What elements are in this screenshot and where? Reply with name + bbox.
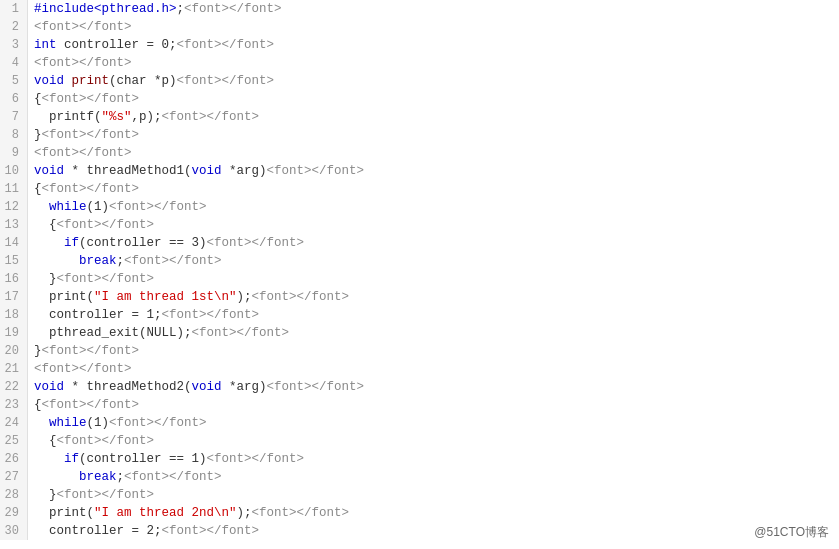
- line-number: 29: [0, 504, 28, 522]
- line-number: 25: [0, 432, 28, 450]
- line-number: 11: [0, 180, 28, 198]
- line-number: 30: [0, 522, 28, 540]
- line-content: <font></font>: [34, 54, 839, 72]
- table-row: 9<font></font>: [0, 144, 839, 162]
- table-row: 26 if(controller == 1)<font></font>: [0, 450, 839, 468]
- line-content: {<font></font>: [34, 216, 839, 234]
- line-content: {<font></font>: [34, 90, 839, 108]
- table-row: 24 while(1)<font></font>: [0, 414, 839, 432]
- line-content: void * threadMethod2(void *arg)<font></f…: [34, 378, 839, 396]
- line-content: }<font></font>: [34, 126, 839, 144]
- line-number: 19: [0, 324, 28, 342]
- line-content: }<font></font>: [34, 270, 839, 288]
- line-number: 28: [0, 486, 28, 504]
- line-number: 9: [0, 144, 28, 162]
- line-number: 16: [0, 270, 28, 288]
- table-row: 16 }<font></font>: [0, 270, 839, 288]
- line-number: 3: [0, 36, 28, 54]
- table-row: 10void * threadMethod1(void *arg)<font><…: [0, 162, 839, 180]
- line-content: break;<font></font>: [34, 252, 839, 270]
- line-content: pthread_exit(NULL);<font></font>: [34, 324, 839, 342]
- table-row: 15 break;<font></font>: [0, 252, 839, 270]
- table-row: 14 if(controller == 3)<font></font>: [0, 234, 839, 252]
- line-number: 18: [0, 306, 28, 324]
- table-row: 20}<font></font>: [0, 342, 839, 360]
- line-content: <font></font>: [34, 360, 839, 378]
- line-number: 26: [0, 450, 28, 468]
- line-number: 27: [0, 468, 28, 486]
- table-row: 11{<font></font>: [0, 180, 839, 198]
- table-row: 27 break;<font></font>: [0, 468, 839, 486]
- line-number: 15: [0, 252, 28, 270]
- line-number: 20: [0, 342, 28, 360]
- table-row: 3int controller = 0;<font></font>: [0, 36, 839, 54]
- line-number: 6: [0, 90, 28, 108]
- table-row: 17 print("I am thread 1st\n");<font></fo…: [0, 288, 839, 306]
- table-row: 30 controller = 2;<font></font>: [0, 522, 839, 540]
- table-row: 7 printf("%s",p);<font></font>: [0, 108, 839, 126]
- table-row: 28 }<font></font>: [0, 486, 839, 504]
- line-content: break;<font></font>: [34, 468, 839, 486]
- line-content: controller = 2;<font></font>: [34, 522, 839, 540]
- table-row: 25 {<font></font>: [0, 432, 839, 450]
- line-content: void print(char *p)<font></font>: [34, 72, 839, 90]
- line-number: 17: [0, 288, 28, 306]
- line-content: if(controller == 3)<font></font>: [34, 234, 839, 252]
- line-number: 21: [0, 360, 28, 378]
- line-number: 12: [0, 198, 28, 216]
- line-number: 22: [0, 378, 28, 396]
- table-row: 21<font></font>: [0, 360, 839, 378]
- table-row: 23{<font></font>: [0, 396, 839, 414]
- line-number: 14: [0, 234, 28, 252]
- line-content: }<font></font>: [34, 342, 839, 360]
- table-row: 1#include<pthread.h>;<font></font>: [0, 0, 839, 18]
- table-row: 29 print("I am thread 2nd\n");<font></fo…: [0, 504, 839, 522]
- line-number: 2: [0, 18, 28, 36]
- line-content: {<font></font>: [34, 396, 839, 414]
- table-row: 4<font></font>: [0, 54, 839, 72]
- line-content: printf("%s",p);<font></font>: [34, 108, 839, 126]
- line-content: <font></font>: [34, 18, 839, 36]
- line-number: 7: [0, 108, 28, 126]
- line-content: int controller = 0;<font></font>: [34, 36, 839, 54]
- line-number: 23: [0, 396, 28, 414]
- line-content: <font></font>: [34, 144, 839, 162]
- table-row: 18 controller = 1;<font></font>: [0, 306, 839, 324]
- line-number: 10: [0, 162, 28, 180]
- table-row: 19 pthread_exit(NULL);<font></font>: [0, 324, 839, 342]
- line-content: controller = 1;<font></font>: [34, 306, 839, 324]
- table-row: 5void print(char *p)<font></font>: [0, 72, 839, 90]
- code-editor: 1#include<pthread.h>;<font></font>2<font…: [0, 0, 839, 549]
- table-row: 13 {<font></font>: [0, 216, 839, 234]
- line-content: while(1)<font></font>: [34, 414, 839, 432]
- line-content: }<font></font>: [34, 486, 839, 504]
- line-number: 24: [0, 414, 28, 432]
- line-number: 4: [0, 54, 28, 72]
- table-row: 12 while(1)<font></font>: [0, 198, 839, 216]
- line-content: #include<pthread.h>;<font></font>: [34, 0, 839, 18]
- line-number: 1: [0, 0, 28, 18]
- line-content: {<font></font>: [34, 432, 839, 450]
- line-content: while(1)<font></font>: [34, 198, 839, 216]
- line-number: 8: [0, 126, 28, 144]
- table-row: 22void * threadMethod2(void *arg)<font><…: [0, 378, 839, 396]
- line-content: if(controller == 1)<font></font>: [34, 450, 839, 468]
- table-row: 6{<font></font>: [0, 90, 839, 108]
- table-row: 8}<font></font>: [0, 126, 839, 144]
- line-content: print("I am thread 1st\n");<font></font>: [34, 288, 839, 306]
- watermark: @51CTO博客: [754, 524, 829, 541]
- line-number: 13: [0, 216, 28, 234]
- line-content: {<font></font>: [34, 180, 839, 198]
- line-content: void * threadMethod1(void *arg)<font></f…: [34, 162, 839, 180]
- table-row: 2<font></font>: [0, 18, 839, 36]
- line-content: print("I am thread 2nd\n");<font></font>: [34, 504, 839, 522]
- line-number: 5: [0, 72, 28, 90]
